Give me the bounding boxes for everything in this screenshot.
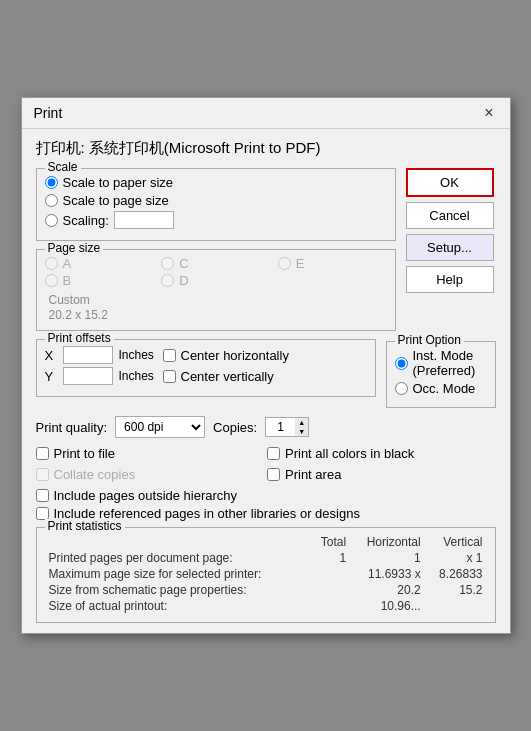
copies-down-button[interactable]: ▼ <box>295 427 308 436</box>
print-to-file-label: Print to file <box>54 446 115 461</box>
page-b-radio[interactable] <box>45 274 58 287</box>
page-size-group-label: Page size <box>45 241 104 255</box>
stats-table: Total Horizontal Vertical Printed pages … <box>45 534 487 614</box>
dialog-body: 打印机: 系统打印机(Microsoft Print to PDF) Scale… <box>22 129 510 633</box>
stats-row1-label: Printed pages per document page: <box>45 550 310 566</box>
include-outside-checkbox[interactable] <box>36 489 49 502</box>
page-c-radio[interactable] <box>161 257 174 270</box>
quality-select[interactable]: 600 dpi <box>115 416 205 438</box>
collate-copies-checkbox[interactable] <box>36 468 49 481</box>
print-option-section: Print Option Inst. Mode (Preferred) Occ.… <box>386 339 496 408</box>
cancel-button[interactable]: Cancel <box>406 202 494 229</box>
copies-input[interactable] <box>265 417 295 437</box>
setup-button[interactable]: Setup... <box>406 234 494 261</box>
custom-row: Custom 20.2 x 15.2 <box>45 292 387 322</box>
print-option-group-label: Print Option <box>395 333 464 347</box>
checks-row1: Print to file Print all colors in black <box>36 446 496 464</box>
printer-label: 打印机: 系统打印机(Microsoft Print to PDF) <box>36 139 496 158</box>
inst-mode-radio[interactable] <box>395 357 408 370</box>
offsets-group: Print offsets X 0 Inches Center horizont… <box>36 339 376 397</box>
page-e-radio[interactable] <box>278 257 291 270</box>
page-b-label: B <box>63 273 72 288</box>
close-button[interactable]: × <box>480 104 497 122</box>
quality-label: Print quality: <box>36 420 108 435</box>
right-buttons: OK Cancel Setup... Help <box>406 168 496 339</box>
y-label: Y <box>45 369 57 384</box>
page-c-label: C <box>179 256 188 271</box>
stats-row3-h: 20.2 <box>350 582 425 598</box>
scale-group: Scale Scale to paper size Scale to page … <box>36 168 396 241</box>
occ-mode-radio[interactable] <box>395 382 408 395</box>
print-all-colors-label: Print all colors in black <box>285 446 414 461</box>
print-to-file-checkbox[interactable] <box>36 447 49 460</box>
print-area-checkbox[interactable] <box>267 468 280 481</box>
print-area-row: Print area <box>267 467 496 482</box>
stats-row4-v <box>425 598 487 614</box>
page-a-row: A <box>45 256 154 271</box>
print-to-file-row: Print to file <box>36 446 265 461</box>
top-section: Scale Scale to paper size Scale to page … <box>36 168 496 339</box>
page-d-radio[interactable] <box>161 274 174 287</box>
quality-row: Print quality: 600 dpi Copies: ▲ ▼ <box>36 416 496 438</box>
scale-to-paper-label: Scale to paper size <box>63 175 174 190</box>
stats-row1-v: x 1 <box>425 550 487 566</box>
scale-to-page-radio[interactable] <box>45 194 58 207</box>
stats-row2-label: Maximum page size for selected printer: <box>45 566 310 582</box>
occ-mode-row: Occ. Mode <box>395 381 487 396</box>
scale-option2-row: Scale to page size <box>45 193 387 208</box>
stats-row4-h: 10.96... <box>350 598 425 614</box>
stats-row1-h: 1 <box>350 550 425 566</box>
y-inches-label: Inches <box>119 369 157 383</box>
scale-to-paper-radio[interactable] <box>45 176 58 189</box>
stats-row3-label: Size from schematic page properties: <box>45 582 310 598</box>
copies-label: Copies: <box>213 420 257 435</box>
copies-spinner: ▲ ▼ <box>265 417 309 437</box>
stats-row1: Printed pages per document page: 1 1 x 1 <box>45 550 487 566</box>
include-outside-row: Include pages outside hierarchy <box>36 488 496 503</box>
occ-mode-label: Occ. Mode <box>413 381 476 396</box>
stats-row1-total: 1 <box>310 550 350 566</box>
stats-row3-v: 15.2 <box>425 582 487 598</box>
stats-row3: Size from schematic page properties: 20.… <box>45 582 487 598</box>
scaling-radio[interactable] <box>45 214 58 227</box>
print-all-colors-checkbox[interactable] <box>267 447 280 460</box>
stats-col-h: Horizontal <box>350 534 425 550</box>
center-h-checkbox[interactable] <box>163 349 176 362</box>
offsets-option-section: Print offsets X 0 Inches Center horizont… <box>36 339 496 408</box>
scale-to-page-label: Scale to page size <box>63 193 169 208</box>
x-label: X <box>45 348 57 363</box>
y-input[interactable]: 0 <box>63 367 113 385</box>
print-dialog: Print × 打印机: 系统打印机(Microsoft Print to PD… <box>21 97 511 634</box>
stats-row2-total <box>310 566 350 582</box>
scaling-input[interactable]: 0.54396 <box>114 211 174 229</box>
print-all-colors-row: Print all colors in black <box>267 446 496 461</box>
checks-row2: Collate copies Print area <box>36 467 496 485</box>
y-offset-row: Y 0 Inches Center vertically <box>45 367 367 385</box>
center-v-checkbox[interactable] <box>163 370 176 383</box>
scale-group-label: Scale <box>45 160 81 174</box>
stats-col-empty <box>45 534 310 550</box>
center-h-row: Center horizontally <box>163 348 289 363</box>
center-v-row: Center vertically <box>163 369 274 384</box>
page-e-label: E <box>296 256 305 271</box>
custom-label: Custom <box>49 293 90 307</box>
left-column: Scale Scale to paper size Scale to page … <box>36 168 396 339</box>
spin-buttons: ▲ ▼ <box>295 417 309 437</box>
page-a-radio[interactable] <box>45 257 58 270</box>
center-v-label: Center vertically <box>181 369 274 384</box>
page-d-label: D <box>179 273 188 288</box>
page-d-row: D <box>161 273 270 288</box>
x-input[interactable]: 0 <box>63 346 113 364</box>
center-h-label: Center horizontally <box>181 348 289 363</box>
stats-row4-total <box>310 598 350 614</box>
copies-up-button[interactable]: ▲ <box>295 418 308 427</box>
stats-group-label: Print statistics <box>45 519 125 533</box>
stats-row2-v: 8.26833 <box>425 566 487 582</box>
scaling-label: Scaling: <box>63 213 109 228</box>
print-area-label: Print area <box>285 467 341 482</box>
title-bar: Print × <box>22 98 510 129</box>
page-e-row: E <box>278 256 387 271</box>
ok-button[interactable]: OK <box>406 168 494 197</box>
scale-option3-row: Scaling: 0.54396 <box>45 211 387 229</box>
help-button[interactable]: Help <box>406 266 494 293</box>
